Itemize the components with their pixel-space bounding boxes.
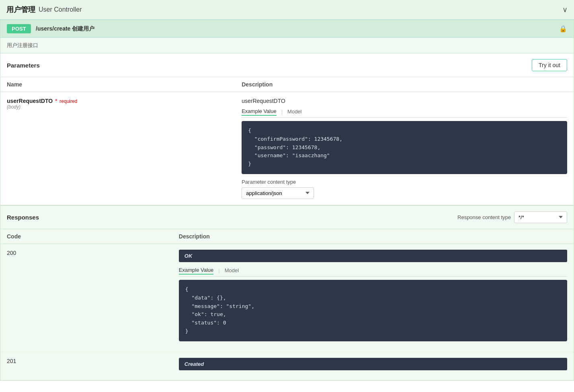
example-value-tab[interactable]: Example Value	[242, 107, 276, 116]
response-code: 200	[7, 250, 16, 256]
try-it-out-button[interactable]: Try it out	[532, 59, 567, 71]
controller-header[interactable]: 用户管理 User Controller ∨	[0, 0, 574, 20]
response-code-block: { "data": {}, "message": "string", "ok":…	[179, 280, 567, 341]
response-desc-cell: Created	[172, 352, 574, 380]
model-tab[interactable]: Model	[287, 108, 301, 115]
parameters-title: Parameters	[7, 62, 40, 69]
controller-title-en: User Controller	[39, 6, 82, 13]
response-code-cell: 200	[0, 244, 172, 352]
required-label: required	[59, 99, 77, 104]
response-content-type-select[interactable]: */*application/jsontext/plain	[514, 211, 567, 223]
table-row: 201Created	[0, 352, 574, 380]
responses-col-description: Description	[172, 229, 574, 244]
controller-title: 用户管理 User Controller	[6, 5, 82, 14]
response-content-type-label: Response content type	[457, 214, 511, 220]
table-row: 200OKExample Value|Model{ "data": {}, "m…	[0, 244, 574, 352]
chevron-down-icon: ∨	[562, 5, 568, 14]
controller-title-cn: 用户管理	[6, 5, 35, 14]
response-desc-cell: OKExample Value|Model{ "data": {}, "mess…	[172, 244, 574, 352]
parameters-section: Parameters Try it out Name Description u…	[0, 53, 574, 205]
lock-icon: 🔒	[559, 25, 567, 33]
responses-title: Responses	[7, 214, 39, 221]
param-name: userRequestDTO	[7, 98, 53, 104]
responses-table: Code Description 200OKExample Value|Mode…	[0, 229, 574, 380]
content-type-label: Parameter content type	[242, 179, 567, 185]
param-desc-title: userRequestDTO	[242, 98, 567, 104]
params-col-description: Description	[235, 77, 574, 92]
responses-header: Responses Response content type */*appli…	[0, 206, 574, 229]
example-tabs: Example Value|Model	[179, 266, 567, 277]
example-tabs: Example Value | Model	[242, 107, 567, 118]
endpoint-header[interactable]: POST /users/create 创建用户 🔒	[0, 20, 574, 38]
response-code-cell: 201	[0, 352, 172, 380]
response-content-type-container: Response content type */*application/jso…	[457, 211, 567, 223]
example-value-tab[interactable]: Example Value	[179, 266, 213, 275]
param-code-block: { "confirmPassword": 12345678, "password…	[242, 121, 567, 174]
endpoint-description: 用户注册接口	[0, 38, 574, 53]
param-name-cell: userRequestDTO * required (body)	[0, 92, 235, 205]
param-desc-cell: userRequestDTO Example Value | Model { "…	[235, 92, 574, 205]
status-bar: Created	[179, 358, 567, 370]
table-row: userRequestDTO * required (body) userReq…	[0, 92, 574, 205]
responses-section: Responses Response content type */*appli…	[0, 205, 574, 380]
endpoint-section: POST /users/create 创建用户 🔒 用户注册接口 Paramet…	[0, 20, 574, 381]
response-code: 201	[7, 358, 16, 364]
status-bar: OK	[179, 250, 567, 262]
param-location: (body)	[7, 104, 229, 110]
model-tab[interactable]: Model	[225, 267, 239, 274]
params-col-name: Name	[0, 77, 235, 92]
parameters-table: Name Description userRequestDTO * requir…	[0, 77, 574, 205]
endpoint-path: /users/create 创建用户	[36, 25, 554, 33]
parameters-header: Parameters Try it out	[0, 53, 574, 77]
required-star: *	[55, 98, 57, 104]
content-type-select[interactable]: application/jsontext/plainapplication/xm…	[242, 187, 314, 199]
responses-col-code: Code	[0, 229, 172, 244]
method-badge: POST	[7, 24, 31, 33]
